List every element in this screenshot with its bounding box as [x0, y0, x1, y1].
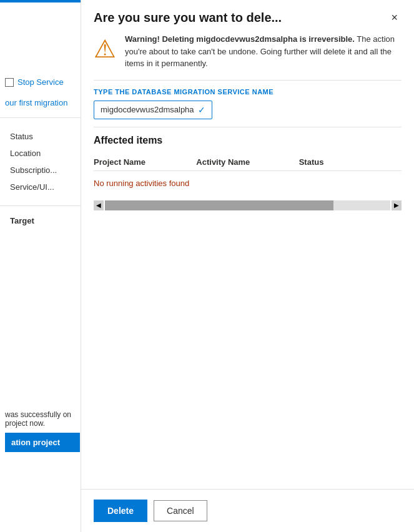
table-header: Project Name Activity Name Status	[94, 154, 402, 171]
table-scrollbar[interactable]: ◀ ▶	[94, 200, 402, 210]
dialog-title: Are you sure you want to dele...	[94, 11, 282, 25]
dialog-header: Are you sure you want to dele... ×	[81, 0, 414, 33]
affected-items-title: Affected items	[94, 135, 402, 146]
col-activity-name: Activity Name	[196, 157, 298, 167]
sidebar-item-service-ui[interactable]: Service/UI...	[0, 179, 81, 195]
dialog-footer: Delete Cancel	[81, 489, 414, 532]
separator-1	[94, 80, 402, 81]
warning-bold-text: Warning! Deleting migdocdevwus2dmsalpha …	[125, 34, 355, 44]
type-label: TYPE THE DATABASE MIGRATION SERVICE NAME	[94, 88, 402, 96]
sidebar-item-location[interactable]: Location	[0, 145, 81, 162]
stop-service-checkbox[interactable]	[5, 78, 14, 87]
col-status: Status	[299, 157, 402, 167]
warning-text: Warning! Deleting migdocdevwus2dmsalpha …	[125, 33, 402, 70]
cancel-button[interactable]: Cancel	[154, 500, 207, 521]
sidebar-top-bar	[0, 0, 81, 2]
sidebar-items: Status Location Subscriptio... Service/U…	[0, 123, 81, 200]
delete-button[interactable]: Delete	[94, 500, 147, 522]
sidebar-success-text: was successfully on project now.	[5, 410, 76, 428]
delete-dialog: Are you sure you want to dele... × ⚠ War…	[81, 0, 414, 532]
sidebar-migration-text: our first migration	[0, 93, 81, 112]
separator-2	[94, 127, 402, 127]
warning-section: ⚠ Warning! Deleting migdocdevwus2dmsalph…	[94, 33, 402, 70]
warning-icon: ⚠	[94, 34, 116, 63]
scrollbar-left-arrow[interactable]: ◀	[94, 200, 104, 210]
check-icon: ✓	[198, 105, 205, 115]
affected-items-table: Project Name Activity Name Status No run…	[94, 154, 402, 210]
sidebar-divider	[0, 117, 81, 118]
sidebar-item-status[interactable]: Status	[0, 128, 81, 145]
table-body: No running activities found	[94, 171, 402, 195]
scrollbar-thumb	[105, 200, 333, 210]
service-name-input[interactable]: migdocdevwus2dmsalpha ✓	[94, 101, 212, 119]
sidebar-target-label: Target	[0, 211, 81, 230]
scrollbar-right-arrow[interactable]: ▶	[392, 200, 402, 210]
sidebar-action-button[interactable]: ation project	[5, 433, 80, 452]
sidebar: Stop Service our first migration Status …	[0, 0, 81, 532]
sidebar-item-stop-service[interactable]: Stop Service	[0, 71, 81, 93]
dialog-close-button[interactable]: ×	[387, 10, 402, 26]
sidebar-divider-2	[0, 205, 81, 206]
dialog-body: ⚠ Warning! Deleting migdocdevwus2dmsalph…	[81, 33, 414, 489]
col-project-name: Project Name	[94, 157, 196, 167]
sidebar-bottom-message: was successfully on project now. ation p…	[0, 405, 81, 457]
sidebar-item-subscription[interactable]: Subscriptio...	[0, 162, 81, 179]
no-activities-message: No running activities found	[94, 179, 402, 188]
stop-service-label: Stop Service	[17, 77, 64, 87]
service-name-value: migdocdevwus2dmsalpha	[101, 105, 194, 114]
scrollbar-track[interactable]	[105, 200, 390, 210]
